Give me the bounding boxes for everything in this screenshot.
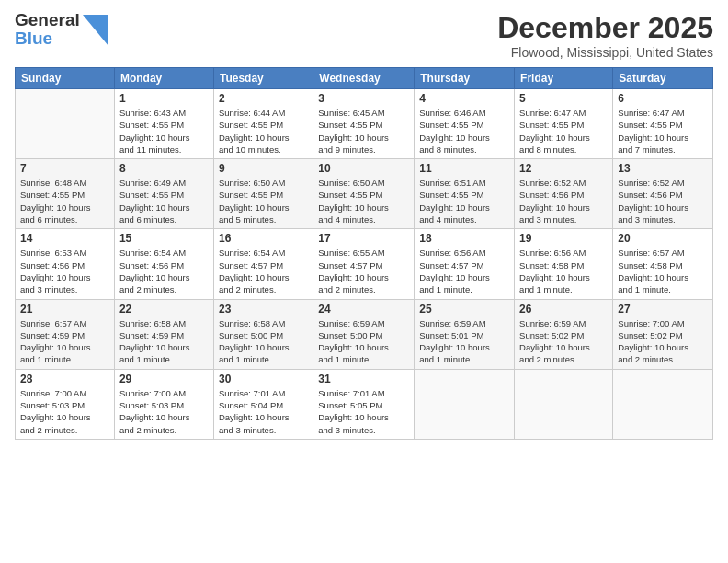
day-number: 1 (119, 92, 209, 105)
weekday-header: Saturday (613, 68, 713, 89)
day-info: Sunrise: 7:01 AM Sunset: 5:05 PM Dayligh… (318, 387, 409, 436)
day-info: Sunrise: 6:50 AM Sunset: 4:55 PM Dayligh… (219, 177, 308, 225)
calendar-cell: 30Sunrise: 7:01 AM Sunset: 5:04 PM Dayli… (213, 369, 313, 439)
day-info: Sunrise: 6:44 AM Sunset: 4:55 PM Dayligh… (219, 107, 308, 155)
calendar-cell (613, 369, 713, 439)
calendar-cell: 3Sunrise: 6:45 AM Sunset: 4:55 PM Daylig… (313, 89, 415, 159)
day-info: Sunrise: 6:47 AM Sunset: 4:55 PM Dayligh… (618, 107, 708, 155)
logo-general: General (15, 11, 80, 29)
day-number: 27 (618, 303, 708, 316)
day-number: 26 (519, 303, 608, 316)
day-number: 16 (219, 232, 308, 245)
day-info: Sunrise: 6:43 AM Sunset: 4:55 PM Dayligh… (119, 107, 209, 155)
calendar-cell: 21Sunrise: 6:57 AM Sunset: 4:59 PM Dayli… (16, 299, 115, 369)
calendar-week-row: 1Sunrise: 6:43 AM Sunset: 4:55 PM Daylig… (16, 89, 713, 159)
day-number: 28 (20, 373, 109, 385)
day-info: Sunrise: 6:47 AM Sunset: 4:55 PM Dayligh… (519, 107, 608, 155)
logo: General Blue (15, 11, 108, 48)
calendar-cell: 10Sunrise: 6:50 AM Sunset: 4:55 PM Dayli… (313, 159, 415, 229)
calendar-cell: 13Sunrise: 6:52 AM Sunset: 4:56 PM Dayli… (613, 159, 713, 229)
day-info: Sunrise: 6:48 AM Sunset: 4:55 PM Dayligh… (20, 177, 109, 225)
calendar-cell (415, 369, 515, 439)
day-info: Sunrise: 6:54 AM Sunset: 4:56 PM Dayligh… (119, 247, 209, 295)
page: General Blue December 2025 Flowood, Miss… (0, 0, 728, 563)
location-title: Flowood, Mississippi, United States (497, 45, 713, 60)
calendar-cell: 27Sunrise: 7:00 AM Sunset: 5:02 PM Dayli… (613, 299, 713, 369)
day-number: 12 (519, 162, 608, 175)
logo-icon (83, 15, 108, 46)
calendar-week-row: 14Sunrise: 6:53 AM Sunset: 4:56 PM Dayli… (16, 229, 713, 299)
day-number: 11 (419, 162, 509, 175)
calendar-cell (16, 89, 115, 159)
day-info: Sunrise: 6:58 AM Sunset: 5:00 PM Dayligh… (219, 317, 308, 366)
day-number: 31 (318, 373, 409, 385)
day-info: Sunrise: 6:45 AM Sunset: 4:55 PM Dayligh… (318, 107, 409, 155)
calendar-cell: 5Sunrise: 6:47 AM Sunset: 4:55 PM Daylig… (515, 89, 613, 159)
day-number: 19 (519, 232, 608, 245)
calendar-cell: 12Sunrise: 6:52 AM Sunset: 4:56 PM Dayli… (515, 159, 613, 229)
day-number: 30 (219, 373, 308, 385)
day-info: Sunrise: 6:57 AM Sunset: 4:58 PM Dayligh… (618, 247, 708, 295)
day-info: Sunrise: 7:00 AM Sunset: 5:02 PM Dayligh… (618, 317, 708, 366)
day-number: 24 (318, 303, 409, 316)
day-number: 15 (119, 232, 209, 245)
calendar-week-row: 7Sunrise: 6:48 AM Sunset: 4:55 PM Daylig… (16, 159, 713, 229)
day-info: Sunrise: 7:00 AM Sunset: 5:03 PM Dayligh… (20, 387, 109, 436)
calendar: SundayMondayTuesdayWednesdayThursdayFrid… (15, 67, 713, 440)
day-info: Sunrise: 6:58 AM Sunset: 4:59 PM Dayligh… (119, 317, 209, 366)
day-info: Sunrise: 6:59 AM Sunset: 5:02 PM Dayligh… (519, 317, 608, 366)
day-number: 8 (119, 162, 209, 175)
day-info: Sunrise: 6:56 AM Sunset: 4:58 PM Dayligh… (519, 247, 608, 295)
day-info: Sunrise: 6:51 AM Sunset: 4:55 PM Dayligh… (419, 177, 509, 225)
day-number: 6 (618, 92, 708, 105)
calendar-cell: 1Sunrise: 6:43 AM Sunset: 4:55 PM Daylig… (114, 89, 213, 159)
day-number: 29 (119, 373, 209, 385)
calendar-cell: 22Sunrise: 6:58 AM Sunset: 4:59 PM Dayli… (114, 299, 213, 369)
day-info: Sunrise: 7:01 AM Sunset: 5:04 PM Dayligh… (219, 387, 308, 436)
day-info: Sunrise: 6:55 AM Sunset: 4:57 PM Dayligh… (318, 247, 409, 295)
calendar-cell: 11Sunrise: 6:51 AM Sunset: 4:55 PM Dayli… (415, 159, 515, 229)
day-info: Sunrise: 6:54 AM Sunset: 4:57 PM Dayligh… (219, 247, 308, 295)
day-info: Sunrise: 6:52 AM Sunset: 4:56 PM Dayligh… (519, 177, 608, 225)
weekday-header: Thursday (415, 68, 515, 89)
calendar-header-row: SundayMondayTuesdayWednesdayThursdayFrid… (16, 68, 713, 89)
month-title: December 2025 (497, 11, 713, 45)
header: General Blue December 2025 Flowood, Miss… (15, 11, 713, 60)
calendar-cell: 17Sunrise: 6:55 AM Sunset: 4:57 PM Dayli… (313, 229, 415, 299)
day-number: 14 (20, 232, 109, 245)
day-number: 9 (219, 162, 308, 175)
day-number: 5 (519, 92, 608, 105)
calendar-cell: 31Sunrise: 7:01 AM Sunset: 5:05 PM Dayli… (313, 369, 415, 439)
calendar-cell: 24Sunrise: 6:59 AM Sunset: 5:00 PM Dayli… (313, 299, 415, 369)
calendar-cell: 7Sunrise: 6:48 AM Sunset: 4:55 PM Daylig… (16, 159, 115, 229)
calendar-cell: 26Sunrise: 6:59 AM Sunset: 5:02 PM Dayli… (515, 299, 613, 369)
day-number: 23 (219, 303, 308, 316)
calendar-cell: 4Sunrise: 6:46 AM Sunset: 4:55 PM Daylig… (415, 89, 515, 159)
day-number: 18 (419, 232, 509, 245)
weekday-header: Friday (515, 68, 613, 89)
day-number: 13 (618, 162, 708, 175)
weekday-header: Tuesday (213, 68, 313, 89)
day-info: Sunrise: 7:00 AM Sunset: 5:03 PM Dayligh… (119, 387, 209, 436)
day-number: 7 (20, 162, 109, 175)
day-number: 3 (318, 92, 409, 105)
day-info: Sunrise: 6:57 AM Sunset: 4:59 PM Dayligh… (20, 317, 109, 366)
day-number: 21 (20, 303, 109, 316)
title-block: December 2025 Flowood, Mississippi, Unit… (497, 11, 713, 60)
calendar-cell: 6Sunrise: 6:47 AM Sunset: 4:55 PM Daylig… (613, 89, 713, 159)
calendar-cell: 8Sunrise: 6:49 AM Sunset: 4:55 PM Daylig… (114, 159, 213, 229)
calendar-cell: 19Sunrise: 6:56 AM Sunset: 4:58 PM Dayli… (515, 229, 613, 299)
day-number: 17 (318, 232, 409, 245)
day-info: Sunrise: 6:56 AM Sunset: 4:57 PM Dayligh… (419, 247, 509, 295)
weekday-header: Wednesday (313, 68, 415, 89)
calendar-cell (515, 369, 613, 439)
calendar-week-row: 21Sunrise: 6:57 AM Sunset: 4:59 PM Dayli… (16, 299, 713, 369)
day-info: Sunrise: 6:52 AM Sunset: 4:56 PM Dayligh… (618, 177, 708, 225)
day-info: Sunrise: 6:49 AM Sunset: 4:55 PM Dayligh… (119, 177, 209, 225)
day-number: 10 (318, 162, 409, 175)
calendar-cell: 15Sunrise: 6:54 AM Sunset: 4:56 PM Dayli… (114, 229, 213, 299)
svg-marker-0 (83, 15, 108, 46)
day-number: 2 (219, 92, 308, 105)
calendar-cell: 16Sunrise: 6:54 AM Sunset: 4:57 PM Dayli… (213, 229, 313, 299)
calendar-cell: 20Sunrise: 6:57 AM Sunset: 4:58 PM Dayli… (613, 229, 713, 299)
